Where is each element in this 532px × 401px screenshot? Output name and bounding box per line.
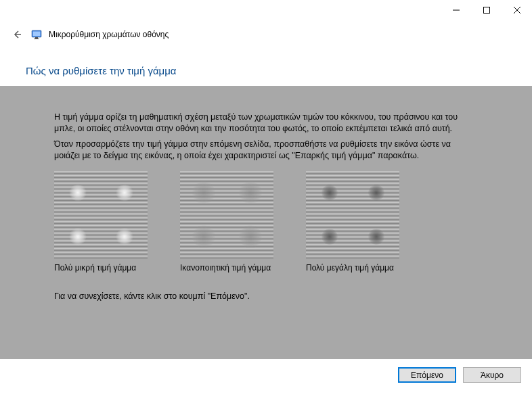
window-titlebar: [0, 0, 532, 20]
sample-high-label: Πολύ μεγάλη τιμή γάμμα: [306, 263, 394, 273]
sample-low-gamma: Πολύ μικρή τιμή γάμμα: [54, 171, 149, 273]
maximize-button[interactable]: [471, 0, 502, 20]
gamma-dot: [192, 181, 215, 204]
svg-rect-6: [33, 32, 41, 37]
gamma-dot: [69, 228, 87, 245]
sample-low-gamma-image: [54, 171, 148, 259]
app-icon: [31, 29, 42, 40]
continue-hint: Για να συνεχίσετε, κάντε κλικ στο κουμπί…: [54, 291, 478, 301]
gamma-definition-text: Η τιμή γάμμα ορίζει τη μαθηματική σχέση …: [54, 112, 478, 135]
sample-high-gamma-image: [306, 171, 399, 259]
gamma-samples-row: Πολύ μικρή τιμή γάμμα Ικανοποιητική τιμή…: [54, 171, 478, 273]
content-area: Η τιμή γάμμα ορίζει τη μαθηματική σχέση …: [0, 86, 532, 359]
footer: Επόμενο Άκυρο: [0, 359, 532, 391]
gamma-dot: [368, 185, 384, 201]
header: Μικρορύθμιση χρωμάτων οθόνης: [0, 20, 532, 46]
page-heading: Πώς να ρυθμίσετε την τιμή γάμμα: [0, 46, 532, 86]
sample-high-gamma: Πολύ μεγάλη τιμή γάμμα: [306, 171, 401, 273]
svg-rect-7: [35, 37, 38, 39]
minimize-button[interactable]: [441, 0, 471, 20]
sample-good-gamma-image: [180, 171, 273, 259]
gamma-dot: [239, 225, 262, 248]
gamma-dot: [116, 184, 133, 202]
svg-rect-8: [34, 39, 39, 39]
gamma-dot: [192, 225, 215, 248]
gamma-dot: [116, 228, 133, 245]
sample-good-gamma: Ικανοποιητική τιμή γάμμα: [180, 171, 275, 273]
gamma-instruction-text: Όταν προσαρμόζετε την τιμή γάμμα στην επ…: [54, 139, 478, 162]
gamma-dot: [322, 229, 338, 245]
svg-rect-1: [483, 7, 489, 14]
gamma-dot: [368, 229, 384, 245]
cancel-button[interactable]: Άκυρο: [463, 367, 521, 383]
window-title: Μικρορύθμιση χρωμάτων οθόνης: [49, 30, 169, 39]
back-button[interactable]: [9, 27, 24, 42]
gamma-dot: [239, 181, 262, 204]
gamma-dot: [69, 184, 87, 202]
close-button[interactable]: [502, 0, 532, 20]
gamma-dot: [322, 185, 338, 201]
sample-low-label: Πολύ μικρή τιμή γάμμα: [54, 263, 136, 273]
sample-good-label: Ικανοποιητική τιμή γάμμα: [180, 263, 271, 273]
next-button[interactable]: Επόμενο: [398, 367, 456, 383]
